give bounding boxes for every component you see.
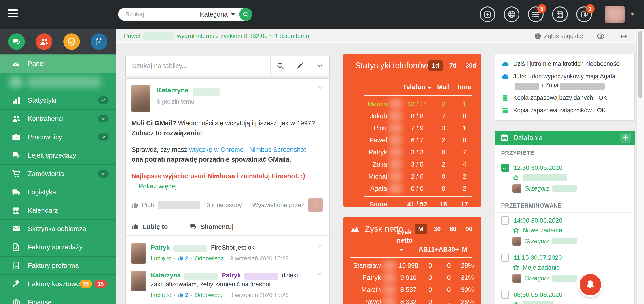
scrollbar-thumb[interactable] — [638, 31, 642, 98]
new-post-button[interactable] — [290, 56, 310, 76]
post-menu-chevron-icon[interactable] — [316, 84, 324, 91]
add-action-button[interactable] — [620, 133, 630, 143]
category-dropdown[interactable]: Kategoria — [197, 11, 239, 18]
phone-stats-table: Telefon Mail Inne Marcin 12 / 1421 Jakub… — [350, 82, 475, 210]
board-search-input[interactable] — [126, 56, 270, 76]
sidebar-item-faktury-sprzedazy[interactable]: Faktury sprzedaży — [0, 238, 116, 256]
table-row: Patryk 9 9100031% — [350, 271, 475, 284]
sidebar-item-lejek-sprzedazy[interactable]: Lejek sprzedaży — [0, 146, 116, 164]
column-header-inne[interactable]: Inne — [454, 83, 475, 91]
column-header-ab30[interactable]: AB30+ — [438, 246, 459, 253]
show-more-link[interactable]: ... Pokaż więcej — [132, 181, 323, 191]
liker-name[interactable]: Piotr — [142, 201, 155, 209]
blurred-surname — [552, 238, 577, 244]
board-options-button[interactable] — [310, 56, 330, 76]
comment-like-link[interactable]: Lubię to — [151, 290, 172, 299]
activity-feed: Katarzyna 8 godzin temu Muli Ci GMail? W… — [125, 56, 330, 304]
task-checkbox[interactable] — [501, 164, 509, 172]
sidebar-item-kalendarz[interactable]: Kalendarz — [0, 201, 116, 219]
user-avatar[interactable] — [605, 6, 625, 23]
column-header-mail[interactable]: Mail — [433, 83, 454, 91]
assignee-link[interactable]: Grzegorz — [524, 238, 549, 245]
column-header-ab11[interactable]: AB11+ — [418, 246, 438, 253]
hr-shortcut[interactable] — [36, 33, 52, 50]
hamburger-menu-icon[interactable] — [8, 10, 18, 19]
sidebar-item-panel[interactable]: Panel — [0, 54, 116, 73]
user-menu-chevron-icon[interactable] — [630, 13, 635, 16]
comment-button[interactable]: Skomentuj — [190, 223, 234, 231]
avatar[interactable] — [132, 271, 146, 291]
comment-reply-link[interactable]: Odpowiedz — [194, 290, 224, 299]
column-header-m[interactable]: M — [459, 246, 475, 253]
expand-chevron-icon[interactable] — [98, 97, 109, 104]
expand-chevron-icon[interactable] — [98, 115, 109, 122]
column-header-zysk-netto[interactable]: Zysk netto — [394, 228, 418, 253]
like-button[interactable]: Lubię to — [132, 223, 168, 231]
task-title[interactable]: Nowe zadanie — [522, 227, 562, 234]
tab-30[interactable]: 30 — [432, 224, 443, 234]
sidebar-item-kontrahenci[interactable]: Kontrahenci — [0, 109, 116, 128]
column-header-telefon[interactable]: Telefon — [402, 83, 433, 91]
task-title[interactable]: Moje zadanie — [522, 264, 560, 271]
global-search-input[interactable] — [118, 11, 194, 18]
calendar-icon — [500, 133, 509, 142]
sidebar-item-skrzynka-odbiorcza[interactable]: Skrzynka odbiorcza — [0, 219, 116, 238]
task-list-button[interactable]: 3 — [528, 7, 544, 22]
task-checkbox[interactable] — [501, 216, 509, 224]
sidebar-item-faktury-kosztowe[interactable]: Faktury kosztowe 35 15 — [0, 274, 116, 293]
blurred-surname — [389, 159, 402, 169]
expand-chevron-icon[interactable] — [98, 170, 109, 177]
post-author-link[interactable]: Katarzyna — [156, 86, 188, 94]
expand-width-button[interactable] — [612, 30, 635, 42]
search-button[interactable] — [239, 8, 252, 21]
comment-like-link[interactable]: Lubię to — [151, 254, 172, 263]
sidebar-item-finanse[interactable]: Finanse — [0, 293, 116, 304]
seen-by: Wyświetlone przez — [252, 198, 323, 212]
comment-menu-chevron-icon[interactable] — [316, 243, 323, 249]
assignee-link[interactable]: Grzegorz — [524, 275, 549, 282]
mention-link[interactable]: Patryk — [222, 272, 241, 279]
star-icon[interactable] — [512, 227, 520, 234]
calendar-add-button[interactable] — [480, 7, 495, 22]
tab-30d[interactable]: 30d — [463, 61, 478, 71]
tab-1d[interactable]: 1d — [428, 60, 443, 71]
chrome-plugin-link[interactable]: wtyczkę w Chrome - Nimbus Screenshot — [189, 146, 306, 153]
avatar[interactable] — [132, 85, 150, 112]
tab-7d[interactable]: 7d — [447, 61, 459, 71]
board-search-button[interactable] — [270, 56, 290, 76]
employee-link[interactable]: Zofia — [545, 82, 558, 89]
globe-button[interactable] — [504, 7, 520, 22]
task-checkbox[interactable] — [501, 254, 509, 262]
task-checkbox[interactable] — [501, 291, 509, 299]
assignee-link[interactable]: Grzegorz — [524, 185, 549, 192]
sidebar-item-zamowienia[interactable]: Zamówienia — [0, 164, 116, 183]
suggest-button[interactable]: Zgłoś sugestię — [528, 30, 589, 42]
visibility-toggle[interactable] — [590, 30, 612, 42]
sidebar-item-pracownicy[interactable]: Pracownicy — [0, 128, 116, 146]
sidebar-item-faktury-proforma[interactable]: Faktury proforma — [0, 256, 116, 274]
comment-author-link[interactable]: Patryk — [151, 244, 170, 251]
scrollbar-track[interactable] — [636, 29, 644, 304]
notifications-fab[interactable] — [580, 274, 601, 295]
employee-link[interactable]: Agata — [600, 73, 616, 80]
star-icon[interactable] — [512, 301, 520, 304]
sidebar-item-logistyka[interactable]: Logistyka — [0, 183, 116, 201]
calendar-shortcut[interactable] — [91, 33, 107, 50]
approvals-shortcut[interactable] — [63, 33, 80, 50]
expand-chevron-icon[interactable] — [98, 133, 109, 141]
chat-bubbles-icon — [10, 151, 22, 160]
calendar-button[interactable] — [552, 7, 568, 22]
blurred-surname — [383, 285, 396, 294]
chat-shortcut[interactable] — [8, 33, 25, 50]
star-icon[interactable] — [512, 174, 520, 181]
comment-menu-chevron-icon[interactable] — [316, 270, 323, 277]
comment-author-link[interactable]: Katarzyna — [151, 272, 181, 279]
sidebar-item-hidden[interactable] — [0, 73, 116, 91]
mug-button[interactable]: 1 — [576, 7, 592, 22]
tab-90[interactable]: 90 — [463, 224, 475, 234]
tab-60[interactable]: 60 — [448, 224, 459, 234]
sidebar-item-statystyki[interactable]: Statystyki — [0, 91, 116, 109]
star-icon[interactable] — [512, 264, 520, 271]
comment-reply-link[interactable]: Odpowiedz — [194, 254, 224, 263]
avatar[interactable] — [132, 243, 146, 264]
